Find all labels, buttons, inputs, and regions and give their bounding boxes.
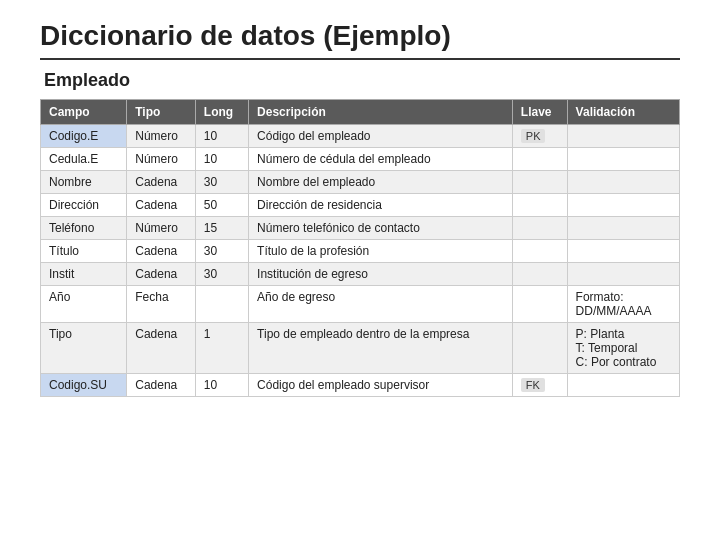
table-row: Instit Cadena 30 Institución de egreso: [41, 263, 680, 286]
cell-long: 10: [195, 125, 248, 148]
cell-validacion: [567, 171, 679, 194]
cell-descripcion: Título de la profesión: [249, 240, 513, 263]
cell-tipo: Cadena: [127, 323, 196, 374]
cell-campo: Dirección: [41, 194, 127, 217]
cell-validacion: Formato:DD/MM/AAAA: [567, 286, 679, 323]
cell-validacion: [567, 263, 679, 286]
cell-long: [195, 286, 248, 323]
cell-llave: [512, 240, 567, 263]
title-divider: [40, 58, 680, 60]
cell-tipo: Cadena: [127, 194, 196, 217]
cell-llave: [512, 286, 567, 323]
cell-validacion: [567, 374, 679, 397]
table-row: Teléfono Número 15 Número telefónico de …: [41, 217, 680, 240]
table-header-row: Campo Tipo Long Descripción Llave Valida…: [41, 100, 680, 125]
cell-validacion: [567, 194, 679, 217]
cell-long: 30: [195, 171, 248, 194]
cell-llave: FK: [512, 374, 567, 397]
cell-long: 15: [195, 217, 248, 240]
cell-descripcion: Nombre del empleado: [249, 171, 513, 194]
section-subtitle: Empleado: [44, 70, 680, 91]
cell-long: 30: [195, 240, 248, 263]
col-header-descripcion: Descripción: [249, 100, 513, 125]
col-header-tipo: Tipo: [127, 100, 196, 125]
cell-llave: PK: [512, 125, 567, 148]
cell-campo: Instit: [41, 263, 127, 286]
cell-campo: Tipo: [41, 323, 127, 374]
table-row: Título Cadena 30 Título de la profesión: [41, 240, 680, 263]
cell-campo: Nombre: [41, 171, 127, 194]
table-row: Codigo.E Número 10 Código del empleado P…: [41, 125, 680, 148]
cell-tipo: Número: [127, 125, 196, 148]
cell-descripcion: Año de egreso: [249, 286, 513, 323]
cell-llave: [512, 323, 567, 374]
cell-campo: Título: [41, 240, 127, 263]
cell-tipo: Fecha: [127, 286, 196, 323]
cell-llave: [512, 217, 567, 240]
cell-campo: Codigo.SU: [41, 374, 127, 397]
cell-validacion: P: PlantaT: TemporalC: Por contrato: [567, 323, 679, 374]
table-row: Codigo.SU Cadena 10 Código del empleado …: [41, 374, 680, 397]
cell-descripcion: Institución de egreso: [249, 263, 513, 286]
cell-long: 10: [195, 374, 248, 397]
table-row: Tipo Cadena 1 Tipo de empleado dentro de…: [41, 323, 680, 374]
cell-validacion: [567, 148, 679, 171]
cell-tipo: Cadena: [127, 263, 196, 286]
cell-campo: Año: [41, 286, 127, 323]
cell-tipo: Cadena: [127, 240, 196, 263]
col-header-llave: Llave: [512, 100, 567, 125]
cell-long: 30: [195, 263, 248, 286]
cell-descripcion: Código del empleado: [249, 125, 513, 148]
table-row: Nombre Cadena 30 Nombre del empleado: [41, 171, 680, 194]
cell-descripcion: Código del empleado supervisor: [249, 374, 513, 397]
cell-long: 10: [195, 148, 248, 171]
page-container: Diccionario de datos (Ejemplo) Empleado …: [0, 0, 720, 417]
fk-badge: FK: [521, 378, 545, 392]
page-title: Diccionario de datos (Ejemplo): [40, 20, 680, 52]
cell-llave: [512, 171, 567, 194]
table-row: Dirección Cadena 50 Dirección de residen…: [41, 194, 680, 217]
cell-llave: [512, 263, 567, 286]
cell-long: 50: [195, 194, 248, 217]
data-dictionary-table: Campo Tipo Long Descripción Llave Valida…: [40, 99, 680, 397]
table-row: Año Fecha Año de egreso Formato:DD/MM/AA…: [41, 286, 680, 323]
cell-validacion: [567, 125, 679, 148]
cell-llave: [512, 194, 567, 217]
cell-long: 1: [195, 323, 248, 374]
col-header-campo: Campo: [41, 100, 127, 125]
pk-badge: PK: [521, 129, 546, 143]
cell-validacion: [567, 240, 679, 263]
cell-descripcion: Número de cédula del empleado: [249, 148, 513, 171]
col-header-validacion: Validación: [567, 100, 679, 125]
cell-descripcion: Número telefónico de contacto: [249, 217, 513, 240]
col-header-long: Long: [195, 100, 248, 125]
cell-tipo: Número: [127, 217, 196, 240]
cell-tipo: Número: [127, 148, 196, 171]
cell-campo: Cedula.E: [41, 148, 127, 171]
cell-descripcion: Tipo de empleado dentro de la empresa: [249, 323, 513, 374]
cell-llave: [512, 148, 567, 171]
cell-campo: Teléfono: [41, 217, 127, 240]
cell-descripcion: Dirección de residencia: [249, 194, 513, 217]
cell-tipo: Cadena: [127, 171, 196, 194]
cell-campo: Codigo.E: [41, 125, 127, 148]
table-row: Cedula.E Número 10 Número de cédula del …: [41, 148, 680, 171]
cell-validacion: [567, 217, 679, 240]
cell-tipo: Cadena: [127, 374, 196, 397]
